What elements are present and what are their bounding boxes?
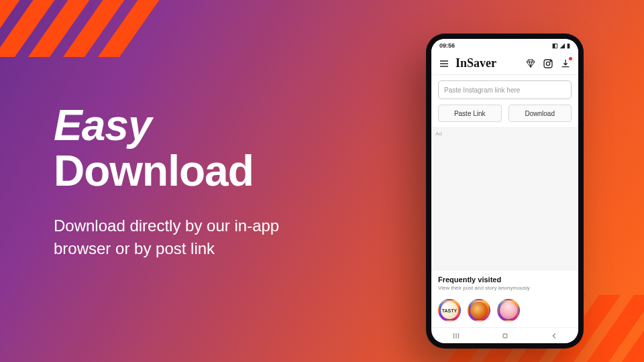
frequently-visited-section: Frequently visited View their post and s… xyxy=(431,270,578,295)
signal-icon: ◢ xyxy=(560,42,565,49)
instagram-icon[interactable] xyxy=(542,58,554,70)
back-icon[interactable] xyxy=(549,331,559,341)
battery-icon: ▮ xyxy=(567,42,570,49)
link-input[interactable]: Paste Instagram link here xyxy=(438,80,572,99)
recents-icon[interactable] xyxy=(451,331,461,341)
appbar: InSaver xyxy=(431,52,578,75)
avatar-label: TASTY xyxy=(441,302,458,319)
freq-title: Frequently visited xyxy=(438,276,572,284)
diamond-icon[interactable] xyxy=(525,58,537,70)
link-input-placeholder: Paste Instagram link here xyxy=(444,86,520,94)
headline-line1: Easy xyxy=(54,101,254,150)
wifi-icon: ◧ xyxy=(552,42,558,49)
statusbar-time: 09:56 xyxy=(439,42,455,49)
paste-link-button[interactable]: Paste Link xyxy=(438,105,502,122)
freq-subtitle: View their post and story anonymously xyxy=(438,285,572,291)
download-tray-icon[interactable] xyxy=(559,58,572,70)
notification-dot xyxy=(569,57,572,60)
svg-point-4 xyxy=(546,62,549,65)
avatar[interactable] xyxy=(497,299,520,322)
avatar[interactable] xyxy=(468,299,490,322)
avatar-label xyxy=(470,302,488,319)
subtitle: Download directly by our in-app browser … xyxy=(54,215,309,259)
app-brand: InSaver xyxy=(455,56,519,70)
svg-rect-9 xyxy=(503,334,507,338)
headline-line2: Download xyxy=(54,146,254,196)
phone-screen: 09:56 ◧ ◢ ▮ InSaver xyxy=(431,39,578,343)
avatar-label xyxy=(500,302,517,319)
ad-label: Ad xyxy=(435,131,442,137)
headline: Easy Download xyxy=(54,101,254,196)
promo-canvas: Easy Download Download directly by our i… xyxy=(0,0,644,362)
phone-mockup: 09:56 ◧ ◢ ▮ InSaver xyxy=(426,34,584,349)
avatar[interactable]: TASTY xyxy=(438,299,461,322)
ad-area: Ad xyxy=(431,127,578,270)
hatch-top xyxy=(0,0,148,57)
statusbar: 09:56 ◧ ◢ ▮ xyxy=(431,39,578,52)
svg-point-5 xyxy=(550,60,551,61)
android-navbar xyxy=(431,327,578,343)
menu-icon[interactable] xyxy=(438,58,450,70)
home-icon[interactable] xyxy=(500,331,510,341)
download-button[interactable]: Download xyxy=(508,105,572,122)
avatar-row: TASTY xyxy=(431,295,578,327)
statusbar-right: ◧ ◢ ▮ xyxy=(552,42,570,49)
